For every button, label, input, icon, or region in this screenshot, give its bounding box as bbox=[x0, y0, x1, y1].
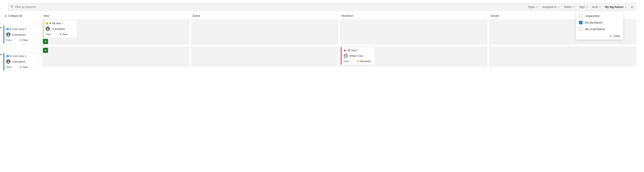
state-row: State New bbox=[6, 66, 36, 69]
board: Collapse all 5 User story 2 Unassigned S… bbox=[4, 13, 636, 73]
avatar-icon bbox=[6, 32, 10, 37]
avatar-icon bbox=[6, 59, 10, 64]
chevron-down-icon bbox=[625, 6, 626, 8]
filter-dd-label: My big feature bbox=[605, 5, 624, 8]
checkbox-icon bbox=[579, 27, 582, 31]
clear-label: Clear bbox=[614, 34, 620, 38]
column-header-active: Active bbox=[191, 14, 339, 17]
work-item-title: Bug 2 bbox=[351, 49, 358, 52]
column-headers: NewActiveResolvedClosed bbox=[42, 13, 636, 19]
board-cell bbox=[191, 46, 339, 67]
card-title-row: 5 User story 2 bbox=[6, 28, 36, 30]
state-label: State bbox=[344, 60, 349, 63]
board-row: 10 Bug 2 William Glas State Resolved bbox=[42, 46, 636, 67]
filter-dropdown-types[interactable]: Types bbox=[528, 5, 538, 8]
columns-area: NewActiveResolvedClosed 6 My task 1 Unas… bbox=[42, 13, 636, 73]
filter-option-my-big-feature[interactable]: My big feature bbox=[576, 19, 623, 26]
add-card-button[interactable] bbox=[43, 39, 48, 44]
assignee-name: Unassigned bbox=[12, 60, 25, 63]
close-filter-button[interactable] bbox=[630, 5, 634, 8]
userstory-icon bbox=[6, 28, 9, 30]
checkbox-icon bbox=[579, 21, 582, 24]
board-cell bbox=[42, 46, 190, 67]
state-dot-icon bbox=[20, 39, 22, 41]
work-item-title: User story 2 bbox=[12, 28, 26, 30]
task-icon bbox=[46, 22, 48, 25]
collapse-all-label: Collapse all bbox=[8, 14, 22, 17]
filter-dd-label: States bbox=[564, 5, 572, 8]
collapse-all-button[interactable]: Collapse all bbox=[4, 13, 42, 19]
row-headers-column: Collapse all 5 User story 2 Unassigned S… bbox=[4, 13, 42, 73]
state-value: New bbox=[20, 39, 28, 41]
filter-option-unparented[interactable]: Unparented bbox=[576, 13, 623, 19]
state-label: State bbox=[6, 39, 12, 41]
row-header: 4 User story 1 Unassigned State New bbox=[4, 53, 42, 73]
filter-dropdowns: TypesAssigned toStatesTagsAreaMy big fea… bbox=[528, 5, 626, 8]
state-row: State New bbox=[6, 39, 36, 41]
userstory-icon bbox=[6, 55, 9, 58]
work-item-card[interactable]: 10 Bug 2 William Glas State Resolved bbox=[341, 47, 375, 65]
bug-icon bbox=[344, 49, 346, 52]
state-dot-icon bbox=[20, 66, 22, 68]
state-value: Resolved bbox=[358, 60, 370, 63]
work-item-card[interactable]: 6 My task 1 Unassigned State New bbox=[43, 20, 77, 38]
card-title-row: 10 Bug 2 bbox=[344, 49, 373, 52]
row-expander[interactable] bbox=[0, 53, 2, 56]
state-label: State bbox=[46, 33, 51, 36]
avatar-icon bbox=[344, 54, 348, 58]
state-row: State New bbox=[46, 33, 75, 36]
filter-icon bbox=[10, 5, 14, 9]
work-item-title: My task 1 bbox=[52, 22, 63, 25]
assignee-row: Unassigned bbox=[6, 32, 36, 37]
row-expander[interactable] bbox=[0, 26, 2, 29]
dropdown-footer: Clear bbox=[576, 32, 623, 40]
work-item-id: 4 bbox=[10, 55, 12, 58]
avatar-icon bbox=[46, 27, 50, 31]
clear-filter-button[interactable]: Clear bbox=[609, 34, 620, 38]
work-item-card[interactable]: 5 User story 2 Unassigned State New bbox=[4, 26, 38, 44]
filter-option-label: Unparented bbox=[585, 14, 599, 17]
state-row: State Resolved bbox=[344, 60, 373, 63]
column-header-new: New bbox=[42, 14, 190, 17]
filter-keyword-input[interactable] bbox=[15, 5, 528, 8]
assignee-name: William Glas bbox=[349, 54, 363, 57]
filter-dd-label: Types bbox=[528, 5, 535, 8]
assignee-row: Unassigned bbox=[6, 59, 36, 64]
card-title-row: 4 User story 1 bbox=[6, 55, 36, 58]
filter-dropdown-assigned-to[interactable]: Assigned to bbox=[542, 5, 560, 8]
filter-option-label: My small feature bbox=[585, 28, 605, 31]
board-row: 6 My task 1 Unassigned State New bbox=[42, 19, 636, 45]
filter-option-my-small-feature[interactable]: My small feature bbox=[576, 26, 623, 32]
chevron-down-icon bbox=[536, 6, 538, 8]
chevron-down-icon bbox=[599, 6, 601, 8]
state-value: New bbox=[60, 33, 67, 36]
work-item-id: 6 bbox=[50, 22, 51, 25]
filter-dropdown-my-big-feature[interactable]: My big feature bbox=[605, 5, 626, 8]
filter-dropdown-area[interactable]: Area bbox=[592, 5, 601, 8]
work-item-title: User story 1 bbox=[12, 55, 26, 58]
chevron-down-icon bbox=[586, 6, 588, 8]
add-card-button[interactable] bbox=[43, 48, 48, 53]
filter-dropdown-states[interactable]: States bbox=[564, 5, 575, 8]
state-label: State bbox=[6, 66, 12, 69]
state-value: New bbox=[20, 66, 28, 69]
board-rows: 6 My task 1 Unassigned State New 10 Bug … bbox=[42, 19, 636, 67]
filter-dd-label: Assigned to bbox=[542, 5, 556, 8]
chevron-down-icon bbox=[558, 6, 560, 8]
work-item-id: 5 bbox=[10, 28, 12, 30]
filter-bar: TypesAssigned toStatesTagsAreaMy big fea… bbox=[8, 3, 636, 11]
work-item-card[interactable]: 4 User story 1 Unassigned State New bbox=[4, 53, 38, 71]
filter-dropdown-tags[interactable]: Tags bbox=[579, 5, 588, 8]
filter-dd-label: Area bbox=[592, 5, 598, 8]
filter-option-label: My big feature bbox=[585, 21, 602, 24]
assignee-row: William Glas bbox=[344, 54, 373, 58]
filter-input-wrap bbox=[10, 5, 528, 9]
work-item-id: 10 bbox=[347, 49, 350, 52]
assignee-name: Unassigned bbox=[52, 27, 65, 30]
assignee-row: Unassigned bbox=[46, 27, 75, 31]
board-cell: 6 My task 1 Unassigned State New bbox=[42, 19, 190, 45]
state-dot-icon bbox=[60, 34, 61, 35]
row-header: 5 User story 2 Unassigned State New bbox=[4, 26, 42, 51]
card-title-row: 6 My task 1 bbox=[46, 22, 75, 25]
board-cell bbox=[340, 19, 488, 45]
